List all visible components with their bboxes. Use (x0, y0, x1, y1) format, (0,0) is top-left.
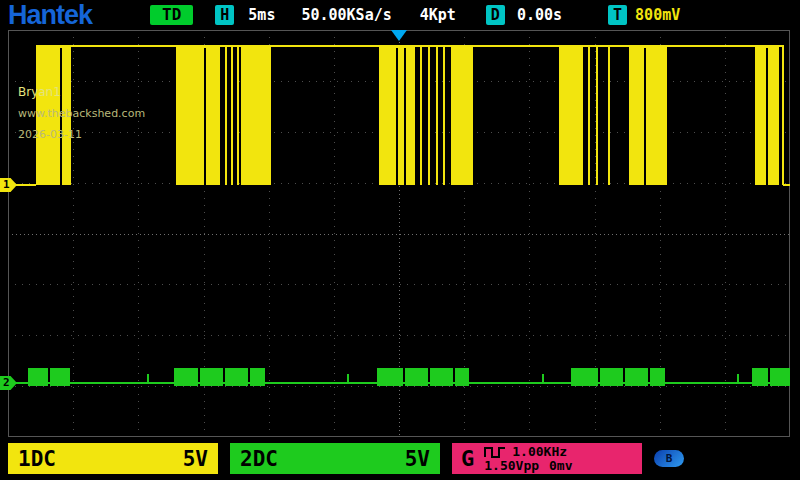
bottom-status-bar: 1DC 5V 2DC 5V G 1.00KHz 1.50Vpp 0mv (0, 437, 800, 480)
generator-amplitude: 1.50Vpp (484, 459, 539, 473)
horizontal-label-badge: H (215, 5, 234, 25)
usb-device-badge: B (654, 450, 684, 467)
top-status-bar: Hantek TD H 5ms 50.00KSa/s 4Kpt D 0.00s … (0, 0, 800, 30)
ch2-status-box: 2DC 5V (230, 443, 440, 474)
square-wave-icon (484, 446, 506, 458)
trigger-level-value: 800mV (635, 6, 680, 24)
memory-depth-value: 4Kpt (420, 6, 456, 24)
sample-rate-value: 50.00KSa/s (301, 6, 391, 24)
trigger-label-badge: T (608, 5, 627, 25)
ch1-status-box: 1DC 5V (8, 443, 218, 474)
ch2-volts-div: 5V (405, 447, 430, 471)
generator-status-box: G 1.00KHz 1.50Vpp 0mv (452, 443, 642, 474)
delay-value: 0.00s (517, 6, 562, 24)
annotation-date: 2026-03-11 (18, 124, 145, 145)
annotation-overlay: Bryan1 www.thebackshed.com 2026-03-11 (18, 82, 145, 145)
trigger-mode-badge: TD (150, 5, 193, 25)
oscilloscope-screen: Hantek TD H 5ms 50.00KSa/s 4Kpt D 0.00s … (0, 0, 800, 480)
ch1-volts-div: 5V (183, 447, 208, 471)
ch2-coupling-label: 2DC (240, 447, 278, 471)
annotation-user: Bryan1 (18, 82, 145, 103)
generator-frequency: 1.00KHz (512, 445, 567, 459)
timebase-value: 5ms (248, 6, 275, 24)
delay-label-badge: D (486, 5, 505, 25)
hantek-logo: Hantek (8, 1, 92, 29)
trigger-position-marker-icon (391, 30, 407, 41)
generator-offset: 0mv (549, 459, 572, 473)
ch1-coupling-label: 1DC (18, 447, 56, 471)
annotation-site: www.thebackshed.com (18, 103, 145, 124)
graticule: Bryan1 www.thebackshed.com 2026-03-11 1 … (8, 30, 790, 437)
generator-label: G (461, 446, 474, 471)
